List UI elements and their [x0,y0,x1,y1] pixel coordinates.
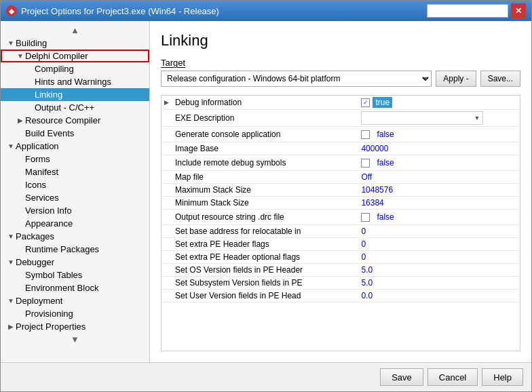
prop-value: 0 [361,227,366,236]
app-icon: ◆ [6,5,17,16]
sidebar-item-label: Packages [16,231,54,241]
scroll-down-button[interactable]: ▼ [1,333,149,346]
sidebar-item-label: Resource Compiler [25,115,100,125]
sidebar-item-label: Output - C/C++ [35,102,94,113]
prop-value-cell[interactable]: Off [358,171,520,184]
tree-expander [25,90,35,100]
target-select[interactable]: Release configuration - Windows 64-bit p… [161,71,432,87]
sidebar-item-version-info[interactable]: Version Info [1,204,149,217]
sidebar-item-build-events[interactable]: Build Events [1,127,149,140]
prop-name: Set extra PE Header optional flags [175,252,300,262]
prop-value: false [373,211,398,223]
sidebar-item-label: Symbol Tables [25,270,82,280]
prop-value: 0 [361,252,366,262]
prop-value-cell[interactable]: ✓true [358,96,520,110]
sidebar-item-label: Runtime Packages [25,244,99,254]
prop-name: Debug information [175,98,242,107]
checkbox[interactable] [361,159,370,168]
prop-value-cell[interactable]: false [358,210,520,225]
prop-value-cell[interactable]: ▼ [358,110,520,127]
tree-expander: ▶ [6,322,16,332]
prop-value-cell[interactable]: false [358,155,520,171]
prop-name: Set OS Version fields in PE Header [175,265,303,275]
prop-value-cell[interactable]: 5.0 [358,264,520,277]
sidebar-item-label: Version Info [25,205,72,216]
properties-tbody: ▶Debug information✓true EXE Description▼… [162,96,520,302]
tree-expander [25,77,35,87]
sidebar-item-building[interactable]: ▼Building [1,37,149,50]
scroll-up-button[interactable]: ▲ [1,24,149,37]
prop-value-cell[interactable]: 0 [358,225,520,238]
prop-value-cell[interactable]: 400000 [358,142,520,155]
target-row: Release configuration - Windows 64-bit p… [161,71,520,87]
sidebar-item-delphi-compiler[interactable]: ▼Delphi Compiler [1,50,149,62]
dropdown[interactable]: ▼ [361,111,483,125]
footer-save-button[interactable]: Save [380,368,423,386]
tree-expander [25,103,35,113]
main-window: ◆ Project Options for Project3.exe (Win6… [0,0,532,392]
sidebar-item-label: Manifest [25,167,58,177]
sidebar-item-symbol-tables[interactable]: Symbol Tables [1,269,149,281]
apply-button[interactable]: Apply - [436,71,476,87]
sidebar-item-project-properties[interactable]: ▶Project Properties [1,320,149,333]
sidebar-item-label: Icons [25,180,46,190]
prop-name: Output resource string .drc file [175,212,284,222]
sidebar-item-resource-compiler[interactable]: ▶Resource Compiler [1,114,149,127]
tree-expander [16,283,25,293]
tree-expander: ▼ [6,39,16,48]
target-select-wrapper[interactable]: Release configuration - Windows 64-bit p… [161,71,432,87]
prop-value-cell[interactable]: 0 [358,251,520,264]
sidebar-item-manifest[interactable]: Manifest [1,165,149,178]
footer-cancel-button[interactable]: Cancel [428,368,478,386]
prop-value: true [373,97,392,108]
tree-expander [16,168,25,177]
sidebar-item-linking[interactable]: Linking [1,88,149,101]
prop-value-cell[interactable]: 16384 [358,197,520,210]
prop-value-cell[interactable]: false [358,127,520,142]
sidebar-item-label: Deployment [16,296,62,306]
sidebar-item-packages[interactable]: ▼Packages [1,230,149,243]
sidebar-item-deployment[interactable]: ▼Deployment [1,294,149,307]
table-row: Set OS Version fields in PE Header5.0 [162,264,520,277]
table-row: Set base address for relocatable in0 [162,225,520,238]
sidebar-item-label: Appearance [25,218,73,229]
sidebar-item-compiling[interactable]: Compiling [1,62,149,75]
prop-value-cell[interactable]: 1048576 [358,184,520,197]
prop-name: Set extra PE Header flags [175,239,269,249]
prop-name: Image Base [175,144,218,153]
page-title: Linking [161,32,520,50]
sidebar-item-hints-warnings[interactable]: Hints and Warnings [1,75,149,88]
chevron-down-icon: ▼ [474,115,480,121]
sidebar-item-environment-block[interactable]: Environment Block [1,281,149,294]
close-button[interactable]: ✕ [511,3,526,18]
prop-value-cell[interactable]: 5.0 [358,277,520,290]
sidebar-item-debugger[interactable]: ▼Debugger [1,256,149,269]
table-row: ▶Debug information✓true [162,96,520,110]
prop-value-cell[interactable]: 0.0 [358,290,520,302]
tree-expander: ▼ [6,296,16,306]
sidebar-item-output-cpp[interactable]: Output - C/C++ [1,101,149,114]
footer-help-button[interactable]: Help [482,368,523,386]
save-options-button[interactable]: Save... [480,71,520,87]
sidebar-item-services[interactable]: Services [1,191,149,204]
sidebar-item-icons[interactable]: Icons [1,178,149,191]
tree-expander: ▼ [6,142,16,151]
sidebar-item-label: Compiling [35,64,74,74]
prop-value: false [373,157,398,169]
sidebar-item-forms[interactable]: Forms [1,153,149,165]
checkbox[interactable] [361,213,370,222]
titlebar-search-input[interactable] [427,4,508,18]
sidebar-item-provisioning[interactable]: Provisioning [1,307,149,320]
sidebar-item-application[interactable]: ▼Application [1,140,149,153]
checkbox[interactable]: ✓ [361,98,370,107]
tree-expander [16,155,25,164]
tree-expander [16,245,25,254]
titlebar: ◆ Project Options for Project3.exe (Win6… [1,1,531,21]
checkbox[interactable] [361,130,370,139]
sidebar-item-runtime-packages[interactable]: Runtime Packages [1,243,149,256]
footer: Save Cancel Help [1,362,531,391]
window-title: Project Options for Project3.exe (Win64 … [21,6,219,16]
sidebar-item-appearance[interactable]: Appearance [1,217,149,230]
properties-table: ▶Debug information✓true EXE Description▼… [162,96,520,302]
prop-value-cell[interactable]: 0 [358,238,520,251]
